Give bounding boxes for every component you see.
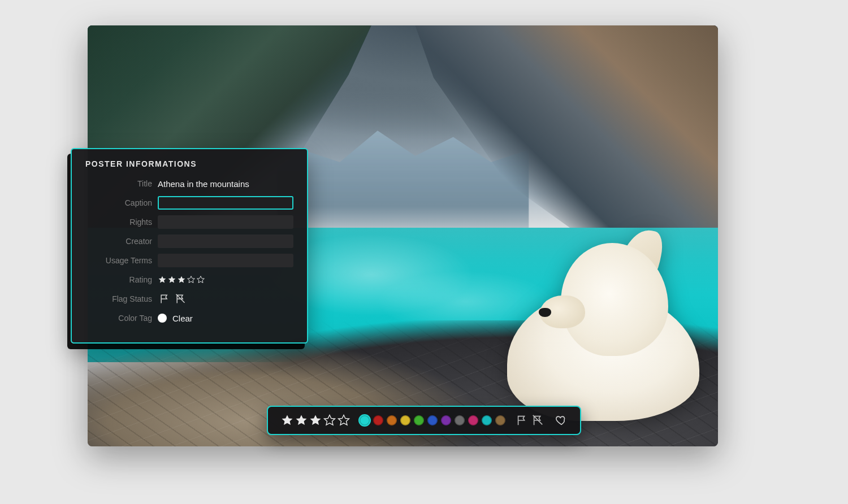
toolbar-rating-stars[interactable] <box>280 414 351 427</box>
label-title: Title <box>85 179 152 188</box>
value-title[interactable]: Athena in the mountains <box>158 179 293 189</box>
panel-heading: POSTER INFORMATIONS <box>85 159 293 168</box>
color-dot-yellow[interactable] <box>400 415 410 425</box>
rights-input[interactable] <box>158 215 293 229</box>
field-rights: Rights <box>85 215 293 229</box>
flag-icon[interactable] <box>159 293 170 305</box>
color-dot-brown[interactable] <box>495 415 505 425</box>
star-3[interactable] <box>309 414 322 427</box>
field-creator: Creator <box>85 234 293 249</box>
color-dot-cyan[interactable] <box>482 415 492 425</box>
color-dot-gray[interactable] <box>455 415 465 425</box>
star-5[interactable] <box>337 414 351 427</box>
creator-input[interactable] <box>158 234 293 248</box>
label-color-tag: Color Tag <box>85 314 152 323</box>
rating-stars[interactable] <box>158 275 205 284</box>
caption-input[interactable] <box>158 196 293 210</box>
quick-toolbar <box>267 406 581 435</box>
poster-info-panel: POSTER INFORMATIONS Title Athena in the … <box>71 148 308 344</box>
label-usage-terms: Usage Terms <box>85 256 152 265</box>
field-caption: Caption <box>85 195 293 210</box>
field-color-tag: Color Tag Clear <box>85 311 293 325</box>
star-2[interactable] <box>167 275 176 284</box>
color-dot-green[interactable] <box>414 415 424 425</box>
color-tag-value[interactable]: Clear <box>172 314 193 323</box>
color-dot-teal[interactable] <box>360 415 370 425</box>
color-dot-red[interactable] <box>373 415 383 425</box>
favorite-heart-icon[interactable] <box>555 414 568 427</box>
star-1[interactable] <box>158 275 167 284</box>
star-3[interactable] <box>177 275 186 284</box>
field-title: Title Athena in the mountains <box>85 176 293 191</box>
star-4[interactable] <box>187 275 196 284</box>
color-dot-magenta[interactable] <box>468 415 478 425</box>
usage-terms-input[interactable] <box>158 254 293 267</box>
label-caption: Caption <box>85 198 152 207</box>
toolbar-flag-icon[interactable] <box>516 414 528 427</box>
color-tag-swatch[interactable] <box>158 314 167 323</box>
label-rating: Rating <box>85 275 152 284</box>
star-1[interactable] <box>280 414 294 427</box>
label-creator: Creator <box>85 237 152 246</box>
field-flag-status: Flag Status <box>85 292 293 306</box>
unflag-icon[interactable] <box>175 293 186 305</box>
field-usage-terms: Usage Terms <box>85 253 293 268</box>
label-rights: Rights <box>85 218 152 227</box>
toolbar-unflag-icon[interactable] <box>531 414 544 427</box>
label-flag-status: Flag Status <box>85 294 152 303</box>
color-dot-blue[interactable] <box>427 415 438 425</box>
photo-dog <box>507 229 699 421</box>
toolbar-color-dots[interactable] <box>360 415 505 425</box>
star-2[interactable] <box>295 414 308 427</box>
color-dot-purple[interactable] <box>441 415 451 425</box>
color-dot-orange[interactable] <box>387 415 397 425</box>
field-rating: Rating <box>85 272 293 287</box>
star-5[interactable] <box>196 275 205 284</box>
star-4[interactable] <box>323 414 336 427</box>
